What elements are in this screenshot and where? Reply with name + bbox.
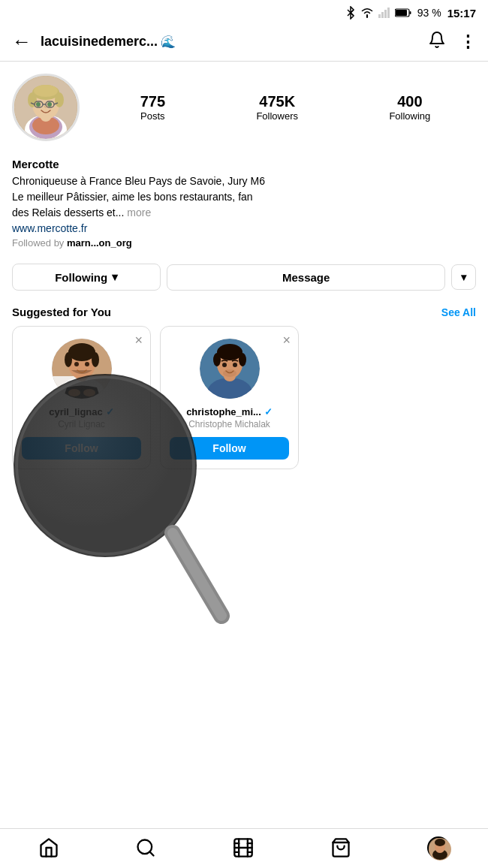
cyril-username: cyril_lignac ✓	[49, 406, 114, 417]
more-options-icon[interactable]: ⋮	[459, 32, 476, 52]
message-button[interactable]: Message	[167, 264, 445, 291]
profile-title: lacuisinedemerc... 🌊	[41, 34, 428, 50]
followed-by: Followed by marn...on_org	[12, 237, 476, 249]
search-icon	[135, 837, 156, 858]
christophe-username: christophe_mi... ✓	[186, 406, 273, 417]
svg-rect-6	[387, 8, 390, 18]
nav-icons: ⋮	[428, 31, 476, 53]
bio-more[interactable]: more	[127, 206, 151, 219]
svg-rect-5	[384, 10, 387, 18]
nav-search[interactable]	[135, 837, 156, 858]
back-button[interactable]: ←	[12, 30, 32, 53]
svg-point-35	[74, 362, 79, 366]
followers-stat[interactable]: 475K Followers	[256, 93, 298, 122]
profile-avatar-image	[14, 76, 77, 139]
bio-section: Mercotte Chroniqueuse à France Bleu Pays…	[0, 158, 488, 258]
cyril-follow-button[interactable]: Follow	[22, 437, 141, 460]
nav-profile-avatar	[427, 836, 450, 859]
following-stat[interactable]: 400 Following	[389, 93, 430, 122]
christophe-verified-icon: ✓	[264, 406, 273, 417]
suggested-cards: ×	[0, 326, 488, 469]
following-label: Following	[389, 110, 430, 122]
following-button[interactable]: Following ▾	[12, 264, 161, 291]
avatar	[12, 74, 80, 141]
svg-point-33	[65, 352, 72, 367]
christophe-follow-button[interactable]: Follow	[170, 437, 289, 460]
followers-count: 475K	[259, 93, 295, 110]
svg-rect-3	[378, 14, 381, 18]
status-bar: 93 % 15:17	[0, 0, 488, 23]
bottom-nav	[0, 828, 488, 868]
suggested-header: Suggested for You See All	[0, 300, 488, 326]
svg-point-17	[28, 92, 37, 107]
more-options-button[interactable]: ▾	[451, 264, 476, 290]
verified-badge: 🌊	[161, 35, 176, 49]
see-all-button[interactable]: See All	[441, 306, 476, 318]
cyril-avatar	[52, 339, 112, 399]
svg-rect-8	[396, 10, 407, 16]
top-nav: ← lacuisinedemerc... 🌊 ⋮	[0, 23, 488, 62]
svg-point-34	[92, 352, 99, 367]
battery-text: 93 %	[417, 7, 441, 19]
followers-label: Followers	[256, 110, 298, 122]
home-icon	[38, 837, 59, 858]
suggested-title: Suggested for You	[12, 306, 111, 318]
status-icons	[345, 6, 411, 20]
stats-row: 775 Posts 475K Followers 400 Following	[95, 93, 476, 122]
svg-point-44	[213, 353, 221, 366]
svg-point-38	[83, 389, 95, 396]
dropdown-chevron-icon: ▾	[461, 271, 466, 283]
cyril-verified-icon: ✓	[106, 406, 114, 417]
posts-stat[interactable]: 775 Posts	[140, 93, 165, 122]
svg-point-46	[222, 363, 227, 367]
posts-count: 775	[140, 93, 165, 110]
nav-shop[interactable]	[330, 837, 351, 858]
followed-by-label: Followed by	[12, 237, 64, 249]
follower-username: marn...on_org	[67, 237, 132, 249]
cyril-username-text: cyril_lignac	[49, 406, 103, 417]
christophe-username-text: christophe_mi...	[186, 406, 261, 417]
profile-section: 775 Posts 475K Followers 400 Following	[0, 62, 488, 158]
following-count: 400	[397, 93, 422, 110]
svg-rect-4	[381, 12, 384, 18]
nav-reels[interactable]	[233, 837, 254, 858]
website-link[interactable]: www.mercotte.fr	[12, 222, 476, 234]
svg-point-36	[85, 362, 89, 366]
username-text: lacuisinedemerc...	[41, 34, 158, 50]
profile-name: Mercotte	[12, 158, 476, 170]
bell-icon[interactable]	[428, 31, 446, 53]
posts-label: Posts	[140, 110, 165, 122]
close-card-2-icon[interactable]: ×	[282, 333, 291, 348]
nav-home[interactable]	[38, 837, 59, 858]
reels-icon	[233, 837, 254, 858]
svg-point-48	[223, 369, 236, 377]
svg-point-25	[36, 102, 41, 107]
svg-point-47	[233, 363, 237, 367]
shop-icon	[330, 837, 351, 858]
profile-top: 775 Posts 475K Followers 400 Following	[12, 74, 476, 141]
svg-point-32	[68, 343, 95, 361]
signal-icon	[378, 8, 390, 18]
following-label: Following	[55, 271, 107, 284]
svg-point-19	[34, 85, 58, 97]
svg-point-18	[55, 92, 64, 107]
chevron-down-icon: ▾	[112, 270, 118, 284]
battery-icon	[395, 8, 411, 17]
bluetooth-icon	[345, 6, 356, 20]
close-card-1-icon[interactable]: ×	[134, 333, 143, 348]
suggested-user-card-2: ×	[160, 326, 299, 469]
wifi-icon	[360, 8, 374, 18]
christophe-avatar	[200, 339, 260, 399]
svg-point-43	[217, 344, 242, 360]
nav-profile[interactable]	[427, 836, 450, 859]
svg-point-2	[366, 16, 368, 17]
svg-point-37	[68, 389, 80, 396]
action-buttons: Following ▾ Message ▾	[0, 258, 488, 300]
svg-line-56	[150, 851, 154, 855]
svg-point-26	[47, 102, 52, 107]
bio-text: Chroniqueuse à France Bleu Pays de Savoi…	[12, 173, 476, 221]
svg-point-69	[435, 839, 445, 846]
christophe-display-name: Christophe Michalak	[188, 419, 270, 429]
suggested-user-card-1: ×	[12, 326, 151, 469]
message-label: Message	[282, 271, 330, 284]
